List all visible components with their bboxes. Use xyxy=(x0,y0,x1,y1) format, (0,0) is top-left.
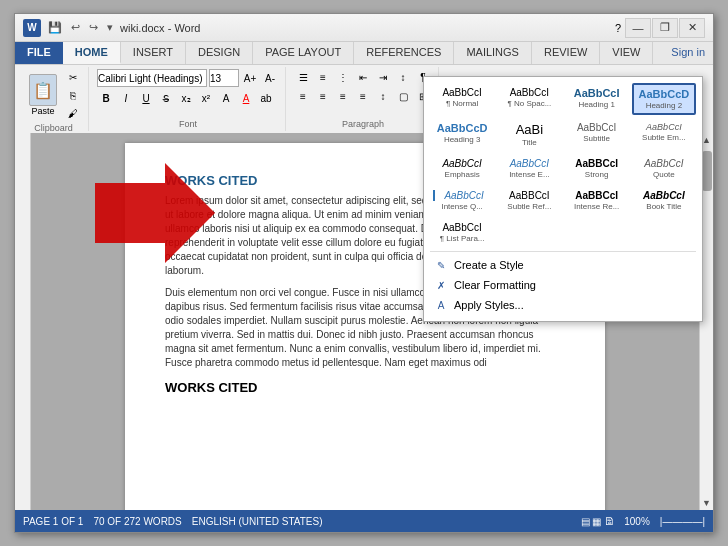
restore-button[interactable]: ❐ xyxy=(652,18,678,38)
style-cell-intense-q-preview: AaBbCcI xyxy=(433,190,491,201)
style-cell-emphasis[interactable]: AaBbCcI Emphasis xyxy=(430,154,494,183)
zoom-slider[interactable]: |————| xyxy=(660,516,705,527)
tab-view[interactable]: VIEW xyxy=(600,42,653,64)
scroll-down-button[interactable]: ▼ xyxy=(700,496,714,510)
italic-button[interactable]: I xyxy=(117,90,135,106)
styles-dropdown: AaBbCcI ¶ Normal AaBbCcI ¶ No Spac... Aa… xyxy=(423,76,703,322)
clipboard-label: Clipboard xyxy=(25,123,82,133)
dropdown-divider xyxy=(430,251,696,252)
decrease-font-button[interactable]: A- xyxy=(261,70,279,86)
tab-mailings[interactable]: MAILINGS xyxy=(454,42,532,64)
copy-button[interactable]: ⎘ xyxy=(64,87,82,103)
font-label: Font xyxy=(97,119,279,129)
format-painter-button[interactable]: 🖌 xyxy=(64,105,82,121)
help-button[interactable]: ? xyxy=(615,22,621,34)
zoom-level[interactable]: 100% xyxy=(624,516,650,527)
sort-button[interactable]: ↕ xyxy=(394,69,412,85)
style-cell-h3[interactable]: AaBbCcD Heading 3 xyxy=(430,118,494,151)
increase-font-button[interactable]: A+ xyxy=(241,70,259,86)
underline-button[interactable]: U xyxy=(137,90,155,106)
word-window: W 💾 ↩ ↪ ▾ wiki.docx - Word ? — ❐ ✕ FILE … xyxy=(14,13,714,533)
document-heading2: WORKS CITED xyxy=(165,380,565,395)
undo-qat-button[interactable]: ↩ xyxy=(68,20,83,35)
window-title: wiki.docx - Word xyxy=(120,22,200,34)
style-cell-intense-q-label: Intense Q... xyxy=(433,202,491,211)
bullets-button[interactable]: ☰ xyxy=(294,69,312,85)
style-cell-normal[interactable]: AaBbCcI ¶ Normal xyxy=(430,83,494,115)
create-style-label: Create a Style xyxy=(454,259,524,271)
strikethrough-button[interactable]: S̶ xyxy=(157,90,175,106)
tab-references[interactable]: REFERENCES xyxy=(354,42,454,64)
shading-button[interactable]: ▢ xyxy=(394,88,412,104)
style-cell-intense-e-label: Intense E... xyxy=(500,170,558,179)
tab-design[interactable]: DESIGN xyxy=(186,42,253,64)
tab-review[interactable]: REVIEW xyxy=(532,42,600,64)
style-cell-book-title[interactable]: AaBbCcI Book Title xyxy=(632,186,696,215)
style-cell-h2-preview: AaBbCcD xyxy=(636,88,692,100)
style-cell-h1-preview: AaBbCcI xyxy=(568,87,626,99)
bold-button[interactable]: B xyxy=(97,90,115,106)
style-cell-h2[interactable]: AaBbCcD Heading 2 xyxy=(632,83,696,115)
styles-grid: AaBbCcI ¶ Normal AaBbCcI ¶ No Spac... Aa… xyxy=(430,83,696,247)
decrease-indent-button[interactable]: ⇤ xyxy=(354,69,372,85)
numbering-button[interactable]: ≡ xyxy=(314,69,332,85)
align-right-button[interactable]: ≡ xyxy=(334,88,352,104)
ribbon-tabs: FILE HOME INSERT DESIGN PAGE LAYOUT REFE… xyxy=(15,42,713,65)
highlight-button[interactable]: ab xyxy=(257,90,275,106)
subscript-button[interactable]: x₂ xyxy=(177,90,195,106)
apply-styles-item[interactable]: A Apply Styles... xyxy=(430,295,696,315)
redo-qat-button[interactable]: ↪ xyxy=(86,20,101,35)
more-qat-button[interactable]: ▾ xyxy=(104,20,116,35)
style-cell-subtle-em[interactable]: AaBbCcI Subtle Em... xyxy=(632,118,696,151)
style-cell-subtitle[interactable]: AaBbCcI Subtitle xyxy=(565,118,629,151)
tab-home[interactable]: HOME xyxy=(63,42,121,64)
style-cell-strong[interactable]: AaBBCcI Strong xyxy=(565,154,629,183)
text-effects-button[interactable]: A xyxy=(217,90,235,106)
align-left-button[interactable]: ≡ xyxy=(294,88,312,104)
tab-insert[interactable]: INSERT xyxy=(121,42,186,64)
view-controls[interactable]: ▤ ▦ 🖺 xyxy=(581,516,615,527)
paragraph-label: Paragraph xyxy=(294,119,432,129)
increase-indent-button[interactable]: ⇥ xyxy=(374,69,392,85)
sign-in-button[interactable]: Sign in xyxy=(663,42,713,64)
style-cell-h1[interactable]: AaBbCcI Heading 1 xyxy=(565,83,629,115)
style-cell-list-para[interactable]: AaBbCcI ¶ List Para... xyxy=(430,218,494,247)
apply-styles-label: Apply Styles... xyxy=(454,299,524,311)
save-qat-button[interactable]: 💾 xyxy=(45,20,65,35)
align-center-button[interactable]: ≡ xyxy=(314,88,332,104)
style-cell-subtitle-preview: AaBbCcI xyxy=(568,122,626,133)
clear-formatting-icon: ✗ xyxy=(434,278,448,292)
window-controls: — ❐ ✕ xyxy=(625,18,705,38)
line-spacing-button[interactable]: ↕ xyxy=(374,88,392,104)
font-size-input[interactable] xyxy=(209,69,239,87)
paste-label: Paste xyxy=(31,106,54,116)
font-name-input[interactable] xyxy=(97,69,207,87)
style-cell-list-para-preview: AaBbCcI xyxy=(433,222,491,233)
superscript-button[interactable]: x² xyxy=(197,90,215,106)
style-cell-intense-e[interactable]: AaBbCcI Intense E... xyxy=(497,154,561,183)
style-cell-strong-label: Strong xyxy=(568,170,626,179)
style-cell-intense-q[interactable]: AaBbCcI Intense Q... xyxy=(430,186,494,215)
close-button[interactable]: ✕ xyxy=(679,18,705,38)
style-cell-subtle-r[interactable]: AaBBCcI Subtle Ref... xyxy=(497,186,561,215)
style-cell-intense-r[interactable]: AaBBCcI Intense Re... xyxy=(565,186,629,215)
page-info: PAGE 1 OF 1 xyxy=(23,516,83,527)
paste-button[interactable]: 📋 Paste xyxy=(25,72,61,118)
clear-formatting-label: Clear Formatting xyxy=(454,279,536,291)
style-cell-strong-preview: AaBBCcI xyxy=(568,158,626,169)
style-cell-h3-label: Heading 3 xyxy=(433,135,491,144)
tab-page-layout[interactable]: PAGE LAYOUT xyxy=(253,42,354,64)
tab-file[interactable]: FILE xyxy=(15,42,63,64)
multilevel-button[interactable]: ⋮ xyxy=(334,69,352,85)
justify-button[interactable]: ≡ xyxy=(354,88,372,104)
minimize-button[interactable]: — xyxy=(625,18,651,38)
style-cell-title[interactable]: AaBi Title xyxy=(497,118,561,151)
create-style-item[interactable]: ✎ Create a Style xyxy=(430,255,696,275)
style-cell-nospace[interactable]: AaBbCcI ¶ No Spac... xyxy=(497,83,561,115)
scroll-thumb[interactable] xyxy=(702,151,712,191)
style-cell-quote[interactable]: AaBbCcI Quote xyxy=(632,154,696,183)
vertical-ruler xyxy=(15,133,31,510)
cut-button[interactable]: ✂ xyxy=(64,69,82,85)
clear-formatting-item[interactable]: ✗ Clear Formatting xyxy=(430,275,696,295)
text-color-button[interactable]: A xyxy=(237,90,255,106)
